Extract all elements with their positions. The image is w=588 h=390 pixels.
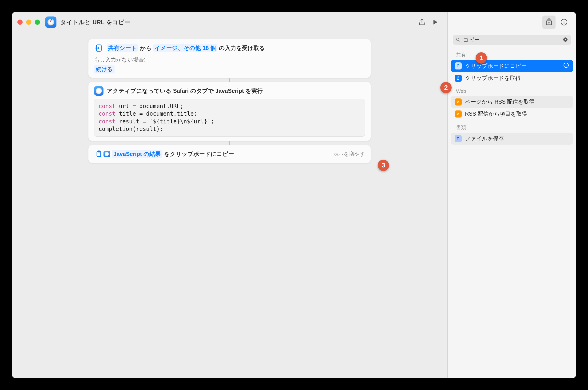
run-javascript-card[interactable]: アクティブになっている Safari のタブで JavaScript を実行 c… xyxy=(88,82,371,141)
info-tab-button[interactable] xyxy=(557,15,571,29)
action-list: 共有クリップボードにコピークリップボードを取得Webページから RSS 配信を取… xyxy=(448,47,576,145)
safari-icon xyxy=(94,86,104,96)
safari-icon xyxy=(104,151,110,157)
receive-input-card[interactable]: 共有シート から イメージ、その他 18 個 の入力を受け取る もし入力がない場… xyxy=(88,39,371,78)
category-header: 書類 xyxy=(448,120,576,133)
search-icon xyxy=(456,37,461,42)
share-icon xyxy=(418,18,426,26)
receive-text-1: から xyxy=(140,45,152,51)
main-pane: タイトルと URL をコピー 共有シート から イメージ、その他 18 個 xyxy=(12,12,447,378)
action-item-label: ページから RSS 配信を取得 xyxy=(465,98,534,105)
action-item-label: クリップボードにコピー xyxy=(465,62,527,70)
close-window-button[interactable] xyxy=(17,20,23,25)
clipboard-icon xyxy=(94,149,104,159)
copy-to-clipboard-card[interactable]: JavaScript の結果 をクリップボードにコピー 表示を増やす xyxy=(88,145,371,163)
receive-text-2: の入力を受け取る xyxy=(219,45,265,51)
app-window: タイトルと URL をコピー 共有シート から イメージ、その他 18 個 xyxy=(12,12,576,378)
run-button[interactable] xyxy=(429,15,442,29)
show-more-button[interactable]: 表示を増やす xyxy=(333,150,365,157)
info-icon xyxy=(560,18,568,26)
annotation-badge-3: 3 xyxy=(378,160,389,171)
action-item-icon xyxy=(455,135,462,142)
js-action-title: アクティブになっている Safari のタブで JavaScript を実行 xyxy=(107,87,263,95)
traffic-lights xyxy=(17,20,40,25)
search-wrap xyxy=(448,33,576,47)
action-item[interactable]: ファイルを保存 xyxy=(451,133,573,145)
action-item-icon xyxy=(455,75,462,82)
search-input[interactable] xyxy=(453,35,571,45)
action-item-icon xyxy=(455,62,462,69)
library-icon xyxy=(545,18,553,26)
action-item[interactable]: クリップボードにコピー xyxy=(451,60,573,72)
input-icon xyxy=(94,43,104,53)
svg-point-5 xyxy=(457,38,459,41)
play-icon xyxy=(431,18,439,26)
connector xyxy=(229,141,230,145)
sidebar-toolbar xyxy=(448,12,576,33)
action-item-label: ファイルを保存 xyxy=(465,135,504,142)
annotation-badge-2: 2 xyxy=(440,82,452,93)
share-button[interactable] xyxy=(415,15,429,29)
zoom-window-button[interactable] xyxy=(35,20,40,25)
noinput-label: もし入力がない場合: xyxy=(94,56,365,63)
annotation-badge-1: 1 xyxy=(475,52,487,64)
workflow-canvas: 共有シート から イメージ、その他 18 個 の入力を受け取る もし入力がない場… xyxy=(12,33,447,378)
shortcut-app-icon xyxy=(45,16,56,28)
action-item-icon xyxy=(455,110,462,117)
clear-icon xyxy=(563,37,568,42)
clear-search-button[interactable] xyxy=(563,37,568,43)
action-item[interactable]: RSS 配信から項目を取得 xyxy=(451,108,573,120)
continue-token[interactable]: 続ける xyxy=(94,65,115,73)
library-tab-button[interactable] xyxy=(542,15,555,29)
minimize-window-button[interactable] xyxy=(26,20,31,25)
connector xyxy=(229,78,230,82)
window-title: タイトルと URL をコピー xyxy=(60,18,130,26)
receive-types-token[interactable]: イメージ、その他 18 個 xyxy=(153,44,217,51)
action-library-sidebar: 共有クリップボードにコピークリップボードを取得Webページから RSS 配信を取… xyxy=(447,12,576,378)
code-editor[interactable]: const url = document.URL; const title = … xyxy=(94,99,365,137)
copy-suffix-text: をクリップボードにコピー xyxy=(164,150,234,158)
action-item[interactable]: クリップボードを取得 xyxy=(451,72,573,84)
action-info-button[interactable] xyxy=(563,62,569,70)
action-item-icon xyxy=(455,98,462,105)
action-item[interactable]: ページから RSS 配信を取得 xyxy=(451,96,573,108)
category-header: 共有 xyxy=(448,47,576,60)
category-header: Web xyxy=(448,84,576,96)
receive-source-token[interactable]: 共有シート xyxy=(107,44,138,51)
action-item-label: RSS 配信から項目を取得 xyxy=(465,110,527,117)
toolbar: タイトルと URL をコピー xyxy=(12,12,447,33)
copy-variable-token[interactable]: JavaScript の結果 xyxy=(112,150,162,158)
action-item-label: クリップボードを取得 xyxy=(465,74,521,82)
